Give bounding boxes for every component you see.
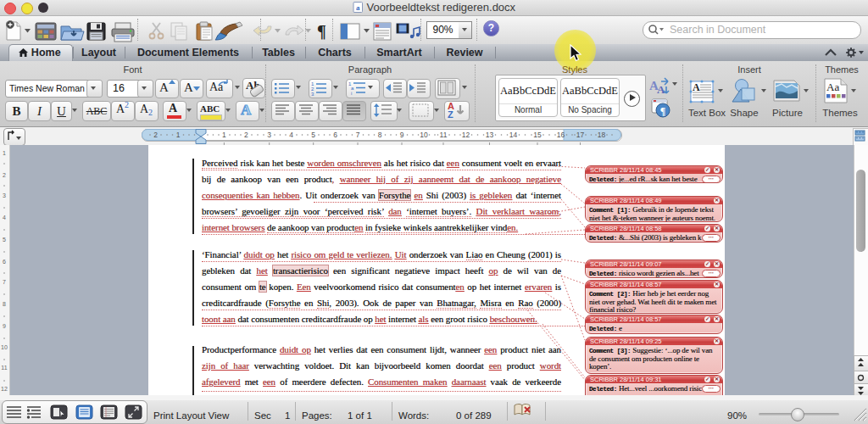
svg-text:10: 10 xyxy=(420,131,428,139)
svg-text:6: 6 xyxy=(333,131,337,139)
svg-text:10: 10 xyxy=(1,344,8,350)
svg-text:3: 3 xyxy=(3,192,6,198)
svg-text:¶: ¶ xyxy=(660,105,665,117)
svg-text:2: 2 xyxy=(153,131,158,139)
svg-text:A: A xyxy=(693,81,700,93)
svg-text:13: 13 xyxy=(486,131,494,139)
svg-text:8: 8 xyxy=(378,131,382,139)
svg-text:a: a xyxy=(356,3,360,12)
svg-text:11: 11 xyxy=(440,131,448,139)
svg-text:3: 3 xyxy=(311,92,314,96)
svg-text:1: 1 xyxy=(3,150,6,156)
svg-text:1: 1 xyxy=(222,131,226,139)
svg-text:¶: ¶ xyxy=(317,22,326,41)
svg-text:14: 14 xyxy=(509,131,518,139)
svg-text:5: 5 xyxy=(311,131,315,139)
svg-text:6: 6 xyxy=(3,259,6,265)
svg-text:4: 4 xyxy=(3,215,6,220)
svg-text:12: 12 xyxy=(1,386,8,392)
svg-text:17: 17 xyxy=(576,131,585,139)
svg-text:7: 7 xyxy=(3,279,6,285)
svg-text:4: 4 xyxy=(289,131,293,139)
svg-text:2: 2 xyxy=(244,131,248,139)
svg-text:9: 9 xyxy=(400,131,404,139)
svg-text:18: 18 xyxy=(598,131,606,139)
svg-text:7: 7 xyxy=(356,131,360,139)
svg-text:Aa: Aa xyxy=(826,81,839,93)
svg-text:3: 3 xyxy=(267,131,271,139)
svg-text:12: 12 xyxy=(462,131,470,139)
svg-text:i: i xyxy=(351,91,352,96)
svg-text:A: A xyxy=(657,83,665,95)
svg-text:16: 16 xyxy=(557,131,565,139)
svg-text:2: 2 xyxy=(3,172,6,178)
svg-text:5: 5 xyxy=(3,237,6,243)
svg-text:15: 15 xyxy=(533,131,542,139)
svg-text:9: 9 xyxy=(3,323,6,329)
svg-text:8: 8 xyxy=(3,301,6,307)
svg-text:1: 1 xyxy=(176,131,181,139)
svg-text:11: 11 xyxy=(1,365,7,371)
